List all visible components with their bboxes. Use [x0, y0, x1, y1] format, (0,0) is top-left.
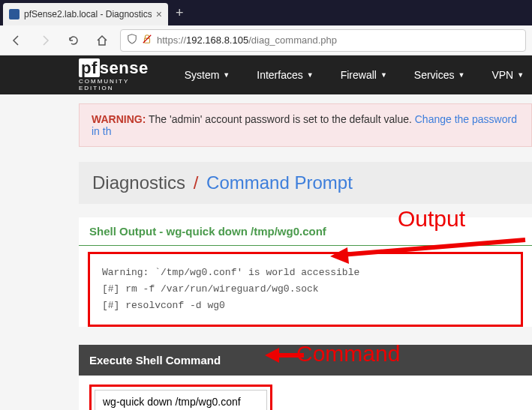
breadcrumb-page[interactable]: Command Prompt [206, 172, 353, 193]
warning-banner: WARNING: The 'admin' account password is… [79, 103, 532, 147]
home-icon [96, 34, 108, 46]
command-input-highlight [89, 385, 272, 410]
app-header: pfsense COMMUNITY EDITION System▼ Interf… [0, 55, 532, 94]
reload-button[interactable] [63, 30, 84, 51]
lock-icon[interactable] [142, 34, 152, 46]
shell-output-panel: Shell Output - wg-quick down /tmp/wg0.co… [79, 217, 532, 327]
execute-body: « Execute » Clear [79, 376, 532, 410]
caret-down-icon: ▼ [307, 71, 314, 79]
browser-tab-strip: pfSense2.lab.local - Diagnostics × + [0, 0, 532, 25]
arrow-left-icon [11, 34, 23, 46]
caret-down-icon: ▼ [223, 71, 230, 79]
breadcrumb: Diagnostics / Command Prompt [79, 162, 532, 204]
nav-interfaces[interactable]: Interfaces▼ [243, 61, 326, 88]
caret-down-icon: ▼ [458, 71, 465, 79]
command-input[interactable] [95, 390, 267, 410]
nav-system[interactable]: System▼ [171, 61, 244, 88]
execute-header: Execute Shell Command [79, 345, 532, 376]
nav-vpn[interactable]: VPN▼ [478, 61, 532, 88]
execute-panel: Execute Shell Command « Execute » Clear [79, 345, 532, 410]
breadcrumb-separator: / [194, 172, 199, 193]
url-text: https://192.168.8.105/diag_command.php [157, 34, 337, 46]
main-nav: System▼ Interfaces▼ Firewall▼ Services▼ … [171, 61, 532, 88]
caret-down-icon: ▼ [517, 71, 524, 79]
reload-icon [68, 34, 80, 46]
tab-close-icon[interactable]: × [156, 8, 162, 20]
forward-button [35, 30, 56, 51]
nav-services[interactable]: Services▼ [401, 61, 479, 88]
arrow-right-icon [39, 34, 51, 46]
browser-toolbar: https://192.168.8.105/diag_command.php [0, 25, 532, 55]
back-button[interactable] [6, 30, 27, 51]
caret-down-icon: ▼ [380, 71, 387, 79]
warning-text: The 'admin' account password is set to t… [146, 113, 414, 125]
logo-edition: COMMUNITY EDITION [79, 78, 149, 91]
shell-output-text: Warning: `/tmp/wg0.conf' is world access… [88, 252, 523, 327]
logo[interactable]: pfsense COMMUNITY EDITION [79, 58, 149, 91]
tab-favicon [9, 9, 20, 19]
page-content: WARNING: The 'admin' account password is… [0, 103, 532, 410]
browser-tab-active[interactable]: pfSense2.lab.local - Diagnostics × [3, 3, 168, 25]
warning-label: WARNING: [92, 113, 146, 125]
tab-title: pfSense2.lab.local - Diagnostics [24, 9, 152, 19]
new-tab-button[interactable]: + [168, 1, 191, 25]
shield-icon[interactable] [127, 34, 137, 46]
shell-output-header: Shell Output - wg-quick down /tmp/wg0.co… [79, 217, 532, 246]
logo-text: pfsense [79, 58, 149, 78]
breadcrumb-section[interactable]: Diagnostics [92, 172, 185, 193]
address-bar[interactable]: https://192.168.8.105/diag_command.php [120, 29, 526, 52]
home-button[interactable] [92, 30, 113, 51]
nav-firewall[interactable]: Firewall▼ [327, 61, 401, 88]
